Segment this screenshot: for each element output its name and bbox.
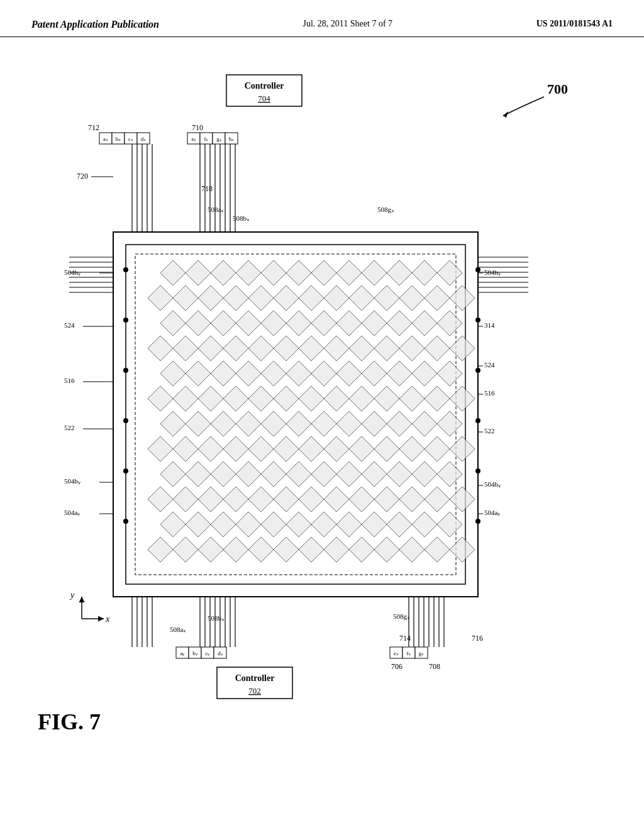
svg-marker-140 bbox=[261, 411, 286, 436]
svg-marker-88 bbox=[211, 311, 236, 336]
svg-point-211 bbox=[123, 267, 128, 272]
svg-marker-85 bbox=[450, 285, 475, 311]
svg-marker-107 bbox=[374, 336, 399, 361]
svg-text:508gₓ: 508gₓ bbox=[377, 206, 394, 213]
svg-point-219 bbox=[475, 368, 480, 373]
svg-marker-120 bbox=[387, 361, 412, 386]
svg-marker-96 bbox=[412, 311, 437, 336]
svg-marker-187 bbox=[186, 512, 211, 537]
svg-marker-117 bbox=[311, 361, 336, 386]
svg-text:fₓ: fₓ bbox=[204, 136, 209, 142]
svg-marker-109 bbox=[425, 336, 450, 361]
svg-marker-204 bbox=[299, 537, 324, 562]
svg-marker-72 bbox=[437, 260, 462, 285]
svg-text:524: 524 bbox=[64, 321, 75, 329]
svg-point-213 bbox=[123, 368, 128, 373]
svg-marker-141 bbox=[286, 411, 311, 436]
svg-marker-116 bbox=[286, 361, 311, 386]
svg-text:704: 704 bbox=[258, 94, 270, 103]
svg-marker-133 bbox=[399, 386, 425, 411]
svg-marker-178 bbox=[274, 487, 299, 512]
svg-marker-175 bbox=[198, 487, 223, 512]
svg-marker-75 bbox=[198, 285, 223, 311]
svg-marker-130 bbox=[324, 386, 349, 411]
date-sheet-label: Jul. 28, 2011 Sheet 7 of 7 bbox=[303, 19, 393, 29]
svg-marker-61 bbox=[160, 260, 186, 285]
svg-point-221 bbox=[475, 468, 480, 473]
svg-marker-208 bbox=[399, 537, 425, 562]
svg-marker-181 bbox=[349, 487, 374, 512]
svg-text:x: x bbox=[105, 614, 110, 624]
svg-marker-159 bbox=[425, 436, 450, 462]
svg-marker-98 bbox=[148, 336, 173, 361]
diagram-container: 700 Controller 704 712 aₓ bₓ cₓ dₓ 710 e… bbox=[0, 37, 644, 792]
svg-marker-102 bbox=[248, 336, 274, 361]
svg-marker-180 bbox=[324, 487, 349, 512]
svg-text:y: y bbox=[69, 590, 75, 600]
svg-text:aᵧ: aᵧ bbox=[180, 650, 186, 656]
svg-marker-206 bbox=[349, 537, 374, 562]
svg-marker-162 bbox=[186, 462, 211, 487]
svg-marker-185 bbox=[450, 487, 475, 512]
page-header: Patent Application Publication Jul. 28, … bbox=[0, 0, 644, 37]
svg-marker-63 bbox=[211, 260, 236, 285]
svg-marker-176 bbox=[223, 487, 248, 512]
svg-text:712: 712 bbox=[88, 123, 99, 132]
svg-marker-188 bbox=[211, 512, 236, 537]
svg-marker-173 bbox=[148, 487, 173, 512]
svg-text:gᵧ: gᵧ bbox=[216, 136, 222, 142]
svg-marker-161 bbox=[160, 462, 186, 487]
svg-marker-129 bbox=[299, 386, 324, 411]
svg-text:720: 720 bbox=[77, 172, 88, 180]
svg-marker-147 bbox=[437, 411, 462, 436]
svg-text:504bᵧ: 504bᵧ bbox=[484, 480, 501, 488]
svg-marker-82 bbox=[374, 285, 399, 311]
svg-point-212 bbox=[123, 318, 128, 323]
svg-marker-151 bbox=[223, 436, 248, 462]
svg-marker-160 bbox=[450, 436, 475, 462]
svg-marker-205 bbox=[324, 537, 349, 562]
svg-marker-101 bbox=[223, 336, 248, 361]
svg-text:702: 702 bbox=[248, 686, 261, 695]
svg-point-222 bbox=[475, 519, 480, 524]
svg-marker-143 bbox=[336, 411, 362, 436]
svg-marker-135 bbox=[450, 386, 475, 411]
svg-marker-165 bbox=[261, 462, 286, 487]
svg-point-214 bbox=[123, 418, 128, 423]
svg-marker-150 bbox=[198, 436, 223, 462]
svg-marker-136 bbox=[160, 411, 186, 436]
svg-marker-148 bbox=[148, 436, 173, 462]
svg-marker-142 bbox=[311, 411, 336, 436]
svg-marker-115 bbox=[261, 361, 286, 386]
svg-marker-99 bbox=[173, 336, 198, 361]
svg-marker-186 bbox=[160, 512, 186, 537]
svg-marker-84 bbox=[425, 285, 450, 311]
svg-marker-202 bbox=[248, 537, 274, 562]
svg-text:508gₓ: 508gₓ bbox=[393, 612, 410, 620]
svg-text:fₓ: fₓ bbox=[407, 650, 411, 656]
svg-marker-1 bbox=[503, 111, 508, 118]
svg-marker-119 bbox=[362, 361, 387, 386]
svg-marker-158 bbox=[399, 436, 425, 462]
svg-marker-169 bbox=[362, 462, 387, 487]
svg-marker-168 bbox=[336, 462, 362, 487]
svg-marker-87 bbox=[186, 311, 211, 336]
svg-marker-79 bbox=[299, 285, 324, 311]
svg-text:716: 716 bbox=[472, 634, 483, 643]
svg-marker-137 bbox=[186, 411, 211, 436]
svg-point-220 bbox=[475, 418, 480, 423]
svg-marker-139 bbox=[236, 411, 261, 436]
svg-marker-81 bbox=[349, 285, 374, 311]
svg-text:508aₓ: 508aₓ bbox=[170, 626, 186, 633]
svg-marker-190 bbox=[261, 512, 286, 537]
svg-marker-112 bbox=[186, 361, 211, 386]
svg-marker-94 bbox=[362, 311, 387, 336]
svg-text:dᵧ: dᵧ bbox=[218, 650, 223, 656]
svg-text:710: 710 bbox=[192, 123, 203, 132]
svg-marker-192 bbox=[311, 512, 336, 537]
svg-marker-65 bbox=[261, 260, 286, 285]
svg-marker-144 bbox=[362, 411, 387, 436]
svg-marker-104 bbox=[299, 336, 324, 361]
svg-text:700: 700 bbox=[547, 81, 568, 97]
svg-marker-203 bbox=[274, 537, 299, 562]
